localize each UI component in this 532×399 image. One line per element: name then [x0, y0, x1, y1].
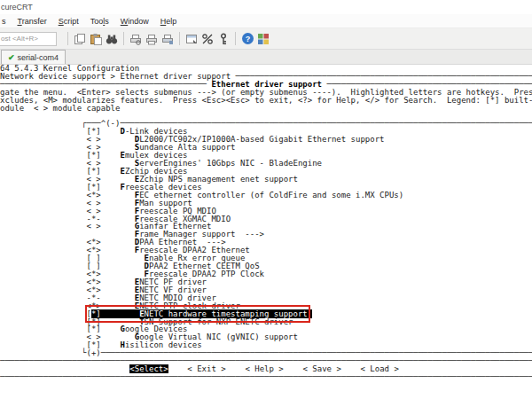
help-icon[interactable]: ? [239, 31, 255, 46]
session-tab-serial-com4[interactable]: ✔ serial-com4 [1, 50, 66, 64]
session-tab-label: serial-com4 [18, 53, 59, 62]
toolbar-separator [235, 32, 236, 45]
print-setup-icon[interactable] [160, 31, 176, 46]
toolbar-separator [123, 32, 124, 45]
quick-connect-host-input[interactable]: ost <Alt+R> [0, 32, 57, 46]
menu-item-help[interactable]: Help [160, 17, 177, 26]
find-icon[interactable] [104, 31, 120, 46]
menu-item-transfer[interactable]: Transfer [18, 17, 47, 26]
properties-icon[interactable] [184, 31, 200, 46]
menu-item-s[interactable]: s [2, 17, 6, 26]
session-tab-bar: ✔ serial-com4 [0, 50, 532, 65]
key-icon[interactable] [215, 31, 231, 46]
toolbar-separator [179, 32, 180, 45]
host-hint-text: ost <Alt+R> [1, 35, 38, 43]
svg-text:?: ? [245, 35, 250, 43]
toolbar: ost <Alt+R> ? [0, 28, 532, 50]
menu-item-window[interactable]: Window [121, 17, 149, 26]
paste-icon[interactable] [88, 31, 104, 46]
dialog-bottom-border: ────────────────────────────────────────… [0, 373, 532, 381]
window-title-bar: cureCRT [0, 0, 532, 14]
menu-item-tools[interactable]: Tools [90, 17, 109, 26]
connected-check-icon: ✔ [8, 53, 15, 62]
window-title: cureCRT [1, 3, 33, 12]
terminal-screen: 64 5.4.3 Kernel ConfigurationNetwork dev… [0, 65, 532, 381]
keymap-icon[interactable] [200, 31, 215, 46]
menu-item-script[interactable]: Script [59, 17, 79, 26]
menu-bar: sTransferScriptToolsWindowHelp [0, 14, 532, 28]
toolbar-separator [67, 32, 68, 45]
copy-icon[interactable] [72, 31, 88, 46]
print-preview-icon[interactable] [128, 31, 144, 46]
color-scheme-icon[interactable] [255, 31, 271, 46]
help-line-3: odule < > module capable [0, 105, 532, 113]
print-icon[interactable] [144, 31, 160, 46]
